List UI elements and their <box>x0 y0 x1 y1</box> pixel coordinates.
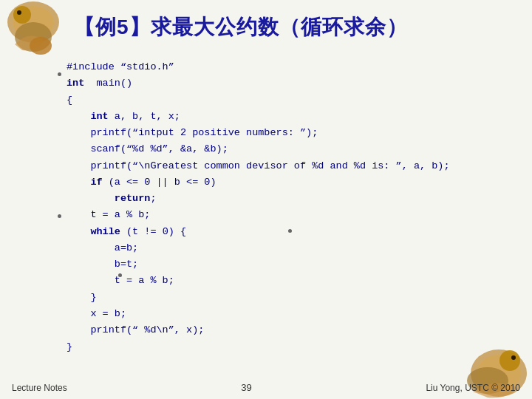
footer-left: Lecture Notes <box>12 383 67 393</box>
code-line-9: return; <box>66 191 517 207</box>
code-line-7: printf(“\nGreatest common devisor of %d … <box>66 158 517 174</box>
footer-right: Liu Yong, USTC © 2010 <box>426 383 520 393</box>
code-area: #include “stdio.h” int main() { int a, b… <box>66 59 517 369</box>
code-line-11: while (t != 0) { <box>66 224 517 240</box>
code-line-17: printf(“ %d\n”, x); <box>66 322 517 338</box>
code-line-12: a=b; <box>66 240 517 256</box>
code-line-1: #include “stdio.h” <box>66 59 517 75</box>
code-line-10: t = a % b; <box>66 207 517 223</box>
footer: Lecture Notes 39 Liu Yong, USTC © 2010 <box>0 382 532 393</box>
svg-point-2 <box>13 6 31 24</box>
code-line-8: if (a <= 0 || b <= 0) <box>66 174 517 191</box>
code-line-14: t = a % b; <box>66 273 517 289</box>
code-line-15: } <box>66 290 517 306</box>
code-line-2: int main() <box>66 75 517 92</box>
dot-3 <box>118 273 122 277</box>
code-line-4: int a, b, t, x; <box>66 109 517 125</box>
deco-top-left-image <box>0 0 66 59</box>
slide-title: 【例5】求最大公约数（循环求余） <box>74 13 517 41</box>
dot-2 <box>58 214 61 218</box>
svg-point-5 <box>30 37 52 55</box>
code-line-13: b=t; <box>66 256 517 273</box>
footer-page-number: 39 <box>241 382 251 393</box>
dot-4 <box>288 229 292 233</box>
dot-1 <box>58 72 61 76</box>
code-line-5: printf(“intput 2 positive numbers: ”); <box>66 125 517 141</box>
title-text: 【例5】求最大公约数（循环求余） <box>74 16 408 38</box>
code-line-3: { <box>66 92 517 109</box>
svg-point-3 <box>17 10 21 15</box>
code-line-6: scanf(“%d %d”, &a, &b); <box>66 141 517 157</box>
code-line-16: x = b; <box>66 306 517 322</box>
code-line-18: } <box>66 339 517 355</box>
slide: 【例5】求最大公约数（循环求余） #include “stdio.h” int … <box>0 0 532 399</box>
